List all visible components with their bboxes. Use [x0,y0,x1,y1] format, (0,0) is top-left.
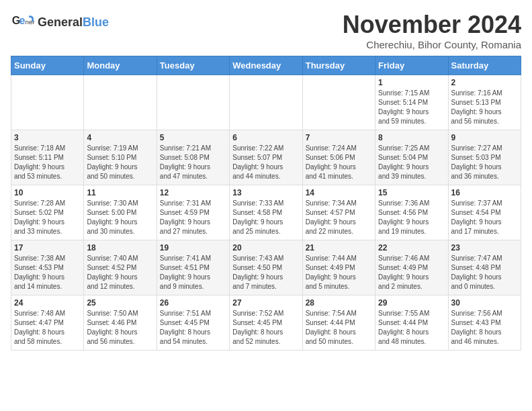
day-info: Sunrise: 7:44 AM Sunset: 4:49 PM Dayligh… [306,254,372,291]
day-info: Sunrise: 7:37 AM Sunset: 4:54 PM Dayligh… [451,199,518,236]
calendar-cell: 11Sunrise: 7:30 AM Sunset: 5:00 PM Dayli… [84,185,157,240]
day-number: 5 [160,133,226,142]
day-info: Sunrise: 7:52 AM Sunset: 4:45 PM Dayligh… [232,309,299,347]
logo-icon: G e neral [11,11,35,35]
day-info: Sunrise: 7:40 AM Sunset: 4:52 PM Dayligh… [87,254,153,291]
title-block: November 2024 Cherechiu, Bihor County, R… [343,11,521,50]
day-number: 16 [451,188,518,197]
calendar-cell: 10Sunrise: 7:28 AM Sunset: 5:02 PM Dayli… [11,185,84,240]
calendar-cell: 4Sunrise: 7:19 AM Sunset: 5:10 PM Daylig… [84,130,157,185]
calendar-cell [11,75,84,130]
calendar-cell: 14Sunrise: 7:34 AM Sunset: 4:57 PM Dayli… [302,185,375,240]
day-info: Sunrise: 7:27 AM Sunset: 5:03 PM Dayligh… [451,144,518,181]
calendar-cell: 6Sunrise: 7:22 AM Sunset: 5:07 PM Daylig… [230,130,302,185]
calendar-week-row: 1Sunrise: 7:15 AM Sunset: 5:14 PM Daylig… [11,75,521,130]
day-number: 8 [378,133,445,142]
logo: G e neral GeneralBlue [11,11,109,35]
calendar-cell: 19Sunrise: 7:41 AM Sunset: 4:51 PM Dayli… [157,240,229,295]
calendar-table: SundayMondayTuesdayWednesdayThursdayFrid… [11,56,521,351]
calendar-cell: 5Sunrise: 7:21 AM Sunset: 5:08 PM Daylig… [157,130,229,185]
day-number: 4 [87,133,153,142]
day-info: Sunrise: 7:36 AM Sunset: 4:56 PM Dayligh… [378,199,445,236]
calendar-cell: 2Sunrise: 7:16 AM Sunset: 5:13 PM Daylig… [448,75,521,130]
day-number: 3 [14,133,81,142]
day-info: Sunrise: 7:22 AM Sunset: 5:07 PM Dayligh… [232,144,299,181]
day-info: Sunrise: 7:50 AM Sunset: 4:46 PM Dayligh… [87,309,153,347]
day-number: 14 [306,188,372,197]
calendar-cell: 7Sunrise: 7:24 AM Sunset: 5:06 PM Daylig… [302,130,375,185]
header-saturday: Saturday [448,56,521,75]
calendar-cell: 13Sunrise: 7:33 AM Sunset: 4:58 PM Dayli… [230,185,302,240]
day-number: 6 [232,133,299,142]
calendar-cell [84,75,157,130]
day-info: Sunrise: 7:51 AM Sunset: 4:45 PM Dayligh… [160,309,226,347]
day-number: 25 [87,298,153,308]
day-number: 30 [451,298,518,308]
day-number: 20 [232,243,299,253]
calendar-cell: 24Sunrise: 7:48 AM Sunset: 4:47 PM Dayli… [11,295,84,351]
day-info: Sunrise: 7:55 AM Sunset: 4:44 PM Dayligh… [378,309,445,347]
calendar-cell: 23Sunrise: 7:47 AM Sunset: 4:48 PM Dayli… [448,240,521,295]
day-number: 2 [451,78,518,87]
svg-text:e: e [19,14,26,26]
day-number: 18 [87,243,153,253]
day-info: Sunrise: 7:19 AM Sunset: 5:10 PM Dayligh… [87,144,153,181]
calendar-cell: 1Sunrise: 7:15 AM Sunset: 5:14 PM Daylig… [375,75,448,130]
calendar-week-row: 10Sunrise: 7:28 AM Sunset: 5:02 PM Dayli… [11,185,521,240]
calendar-header-row: SundayMondayTuesdayWednesdayThursdayFrid… [11,56,521,75]
logo-text: GeneralBlue [38,16,109,30]
page-header: G e neral GeneralBlue November 2024 Cher… [11,11,521,50]
day-number: 28 [306,298,372,308]
day-number: 12 [160,188,226,197]
day-number: 7 [306,133,372,142]
day-number: 15 [378,188,445,197]
calendar-cell: 15Sunrise: 7:36 AM Sunset: 4:56 PM Dayli… [375,185,448,240]
calendar-cell: 12Sunrise: 7:31 AM Sunset: 4:59 PM Dayli… [157,185,229,240]
calendar-week-row: 3Sunrise: 7:18 AM Sunset: 5:11 PM Daylig… [11,130,521,185]
day-number: 17 [14,243,81,253]
day-number: 29 [378,298,445,308]
calendar-cell: 3Sunrise: 7:18 AM Sunset: 5:11 PM Daylig… [11,130,84,185]
day-info: Sunrise: 7:30 AM Sunset: 5:00 PM Dayligh… [87,199,153,236]
day-info: Sunrise: 7:46 AM Sunset: 4:49 PM Dayligh… [378,254,445,291]
calendar-cell: 21Sunrise: 7:44 AM Sunset: 4:49 PM Dayli… [302,240,375,295]
day-info: Sunrise: 7:43 AM Sunset: 4:50 PM Dayligh… [232,254,299,291]
day-info: Sunrise: 7:15 AM Sunset: 5:14 PM Dayligh… [378,89,445,126]
header-sunday: Sunday [11,56,84,75]
day-number: 19 [160,243,226,253]
day-number: 22 [378,243,445,253]
day-number: 23 [451,243,518,253]
calendar-week-row: 17Sunrise: 7:38 AM Sunset: 4:53 PM Dayli… [11,240,521,295]
calendar-cell: 22Sunrise: 7:46 AM Sunset: 4:49 PM Dayli… [375,240,448,295]
day-info: Sunrise: 7:28 AM Sunset: 5:02 PM Dayligh… [14,199,81,236]
day-info: Sunrise: 7:34 AM Sunset: 4:57 PM Dayligh… [306,199,372,236]
day-info: Sunrise: 7:48 AM Sunset: 4:47 PM Dayligh… [14,309,81,347]
day-number: 9 [451,133,518,142]
calendar-cell: 9Sunrise: 7:27 AM Sunset: 5:03 PM Daylig… [448,130,521,185]
calendar-cell: 17Sunrise: 7:38 AM Sunset: 4:53 PM Dayli… [11,240,84,295]
day-number: 13 [232,188,299,197]
page-title: November 2024 [343,11,521,39]
calendar-cell: 29Sunrise: 7:55 AM Sunset: 4:44 PM Dayli… [375,295,448,351]
calendar-cell: 30Sunrise: 7:56 AM Sunset: 4:43 PM Dayli… [448,295,521,351]
calendar-cell: 26Sunrise: 7:51 AM Sunset: 4:45 PM Dayli… [157,295,229,351]
calendar-cell: 18Sunrise: 7:40 AM Sunset: 4:52 PM Dayli… [84,240,157,295]
day-info: Sunrise: 7:54 AM Sunset: 4:44 PM Dayligh… [306,309,372,347]
header-friday: Friday [375,56,448,75]
day-number: 11 [87,188,153,197]
calendar-cell: 28Sunrise: 7:54 AM Sunset: 4:44 PM Dayli… [302,295,375,351]
day-number: 21 [306,243,372,253]
header-thursday: Thursday [302,56,375,75]
header-wednesday: Wednesday [230,56,302,75]
calendar-week-row: 24Sunrise: 7:48 AM Sunset: 4:47 PM Dayli… [11,295,521,351]
header-monday: Monday [84,56,157,75]
day-info: Sunrise: 7:24 AM Sunset: 5:06 PM Dayligh… [306,144,372,181]
day-info: Sunrise: 7:25 AM Sunset: 5:04 PM Dayligh… [378,144,445,181]
day-info: Sunrise: 7:33 AM Sunset: 4:58 PM Dayligh… [232,199,299,236]
day-number: 24 [14,298,81,308]
calendar-cell: 8Sunrise: 7:25 AM Sunset: 5:04 PM Daylig… [375,130,448,185]
header-tuesday: Tuesday [157,56,229,75]
calendar-cell [230,75,302,130]
calendar-cell: 25Sunrise: 7:50 AM Sunset: 4:46 PM Dayli… [84,295,157,351]
day-number: 27 [232,298,299,308]
